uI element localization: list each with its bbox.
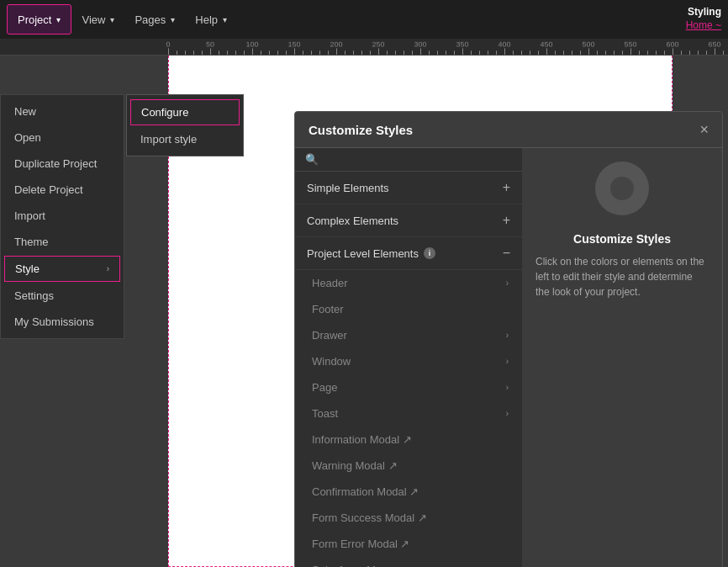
style-chevron: › [107, 264, 109, 273]
dialog-header: Customize Styles × [295, 112, 722, 148]
dialog-body: 🔍 Simple Elements + Complex Elements + P… [295, 148, 722, 567]
toast-arrow: › [506, 409, 509, 418]
element-form-success-modal[interactable]: Form Success Modal ↗ [295, 505, 522, 531]
simple-elements-toggle: + [503, 180, 510, 195]
menu-delete[interactable]: Delete Project [1, 177, 124, 203]
menubar: Project ▾ View ▾ Pages ▾ Help ▾ Styling … [0, 0, 728, 39]
element-page[interactable]: Page › [295, 374, 522, 400]
pages-menu[interactable]: Pages ▾ [124, 4, 185, 34]
project-level-label: Project Level Elements [307, 247, 419, 260]
project-dropdown: New Open Duplicate Project Delete Projec… [0, 94, 124, 339]
element-footer[interactable]: Footer [295, 296, 522, 322]
breadcrumb: Styling Home ~ [686, 6, 721, 32]
menu-open[interactable]: Open [1, 125, 124, 151]
menu-theme[interactable]: Theme [1, 229, 124, 255]
menu-settings[interactable]: Settings [1, 283, 124, 309]
dialog-title: Customize Styles [309, 123, 413, 137]
dialog-left-panel: 🔍 Simple Elements + Complex Elements + P… [295, 148, 522, 567]
right-panel-icon-inner [610, 177, 634, 200]
style-submenu: Configure Import style [126, 94, 244, 156]
page-arrow: › [506, 383, 509, 392]
view-arrow: ▾ [110, 15, 114, 24]
submenu-import-style[interactable]: Import style [127, 126, 243, 152]
menu-duplicate[interactable]: Duplicate Project [1, 151, 124, 177]
ruler-canvas [0, 39, 728, 55]
help-arrow: ▾ [223, 15, 227, 24]
dialog-close-button[interactable]: × [699, 122, 709, 137]
drawer-arrow: › [506, 331, 509, 340]
canvas-area: New Open Duplicate Project Delete Projec… [0, 56, 728, 567]
dialog-right-panel: Customize Styles Click on the colors or … [522, 148, 722, 567]
help-label: Help [195, 13, 218, 26]
search-icon: 🔍 [305, 153, 319, 166]
complex-elements-label: Complex Elements [307, 215, 398, 227]
ruler [0, 39, 728, 56]
header-arrow: › [506, 278, 509, 288]
pages-label: Pages [135, 13, 166, 26]
menu-new[interactable]: New [1, 98, 124, 125]
search-input[interactable] [324, 153, 512, 166]
customize-styles-dialog: Customize Styles × 🔍 Simple Elements + C… [294, 111, 723, 567]
elements-list: Header › Footer Drawer › Window › [295, 270, 522, 567]
element-form-error-modal[interactable]: Form Error Modal ↗ [295, 531, 522, 557]
menu-my-submissions[interactable]: My Submissions [1, 309, 124, 335]
element-warning-modal[interactable]: Warning Modal ↗ [295, 453, 522, 479]
simple-elements-label: Simple Elements [307, 182, 389, 194]
view-label: View [82, 13, 105, 26]
complex-elements-section[interactable]: Complex Elements + [295, 204, 522, 237]
submenu-configure[interactable]: Configure [130, 99, 240, 125]
element-salesforce-messages[interactable]: Salesforce Messages ↗ [295, 557, 522, 567]
view-menu[interactable]: View ▾ [71, 4, 124, 34]
pages-arrow: ▾ [171, 15, 175, 24]
right-panel-description: Click on the colors or elements on the l… [535, 254, 709, 299]
project-level-section: Project Level Elements i − [295, 237, 522, 270]
right-panel-icon [595, 162, 649, 215]
simple-elements-section[interactable]: Simple Elements + [295, 172, 522, 204]
element-drawer[interactable]: Drawer › [295, 322, 522, 348]
right-panel-title: Customize Styles [573, 232, 671, 246]
window-arrow: › [506, 357, 509, 366]
complex-elements-toggle: + [503, 213, 510, 228]
element-window[interactable]: Window › [295, 348, 522, 374]
menu-style[interactable]: Style › [4, 256, 120, 282]
element-confirmation-modal[interactable]: Confirmation Modal ↗ [295, 479, 522, 505]
element-toast[interactable]: Toast › [295, 400, 522, 427]
menu-import[interactable]: Import [1, 203, 124, 229]
breadcrumb-top: Styling [686, 6, 721, 19]
project-menu[interactable]: Project ▾ [7, 4, 71, 34]
project-arrow: ▾ [56, 15, 61, 24]
element-header[interactable]: Header › [295, 270, 522, 296]
project-label: Project [18, 13, 51, 26]
breadcrumb-bottom[interactable]: Home ~ [686, 19, 721, 33]
info-icon: i [424, 247, 435, 259]
element-information-modal[interactable]: Information Modal ↗ [295, 427, 522, 453]
project-level-toggle: − [503, 246, 510, 261]
help-menu[interactable]: Help ▾ [185, 4, 237, 34]
search-row: 🔍 [295, 148, 522, 172]
